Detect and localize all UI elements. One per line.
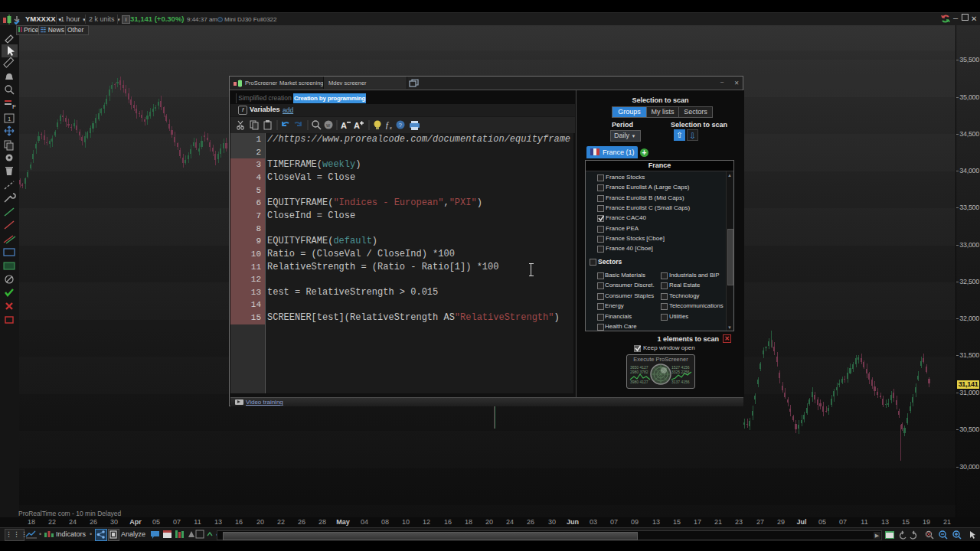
svg-text:f: f	[386, 121, 389, 129]
svg-text:A: A	[341, 121, 347, 130]
svg-text:A: A	[354, 121, 360, 130]
svg-text:?: ?	[399, 122, 403, 129]
svg-text:F: F	[12, 103, 16, 110]
svg-text:2980 3782: 2980 3782	[630, 370, 648, 374]
svg-text:3325 2256: 3325 2256	[671, 370, 690, 374]
svg-text:1: 1	[8, 116, 11, 122]
svg-text:w: w	[325, 122, 331, 128]
svg-text:3980 4127: 3980 4127	[630, 380, 648, 384]
svg-text:x: x	[389, 126, 392, 130]
svg-text:3137 4156: 3137 4156	[671, 380, 690, 384]
